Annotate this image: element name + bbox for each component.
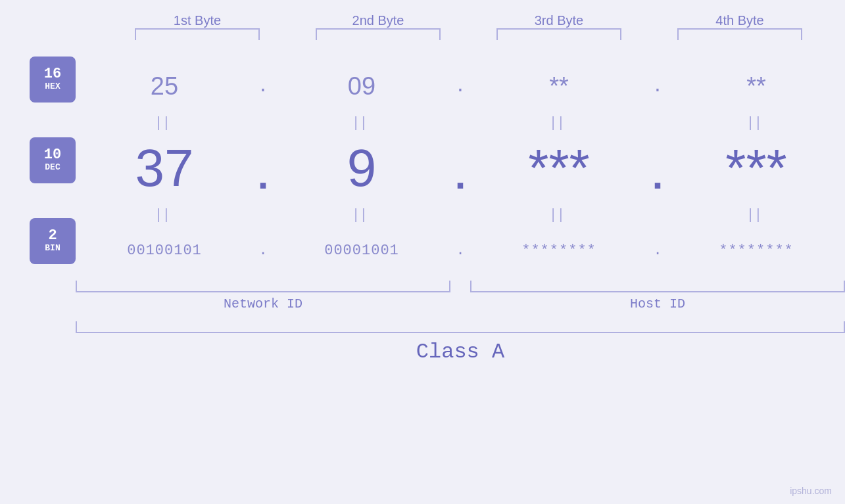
equals-row-2: || || || || (76, 204, 845, 224)
eq2-b2: || (273, 206, 450, 223)
hex-dot3: . (648, 76, 667, 97)
dec-byte4: *** (667, 138, 845, 198)
network-id-label: Network ID (76, 296, 450, 311)
byte1-header: 1st Byte (125, 13, 270, 40)
dec-badge-wrapper: 10 DEC (30, 124, 76, 196)
class-label: Class A (76, 340, 845, 364)
dec-dot1: . (253, 136, 273, 200)
eq2-b4: || (667, 206, 845, 223)
eq2-b1: || (76, 206, 253, 223)
host-id-label: Host ID (470, 296, 845, 311)
byte4-bracket (677, 28, 802, 40)
host-bracket (470, 281, 845, 292)
hex-byte1: 25 (76, 72, 253, 101)
eq-spacer-1 (30, 106, 76, 124)
byte4-header: 4th Byte (667, 13, 812, 40)
watermark: ipshu.com (790, 486, 832, 496)
bin-dot1: . (253, 242, 273, 259)
hex-dot1: . (253, 76, 273, 97)
hex-byte2: 09 (273, 72, 450, 101)
eq2-b3: || (470, 206, 648, 223)
bin-row: 00100101 . 00001001 . ******** . (76, 224, 845, 277)
eq-spacer-2 (30, 196, 76, 215)
network-bracket (76, 281, 450, 292)
hex-badge-wrapper: 16 HEX (30, 53, 76, 106)
dec-dot3: . (648, 136, 667, 200)
hex-badge: 16 HEX (30, 57, 76, 103)
dec-badge: 10 DEC (30, 137, 76, 183)
eq1-b1: || (76, 114, 253, 131)
dec-byte3: *** (470, 138, 648, 198)
id-labels-row: Network ID Host ID (76, 296, 845, 311)
bin-byte4: ******** (667, 242, 845, 259)
hex-row: 25 . 09 . ** . ** (76, 60, 845, 112)
main-container: 1st Byte 2nd Byte 3rd Byte 4th Byte 16 H… (0, 0, 845, 504)
dec-dot2: . (450, 136, 470, 200)
bottom-bracket (76, 321, 845, 333)
rows-wrapper: 16 HEX 10 DEC 2 BIN (0, 53, 845, 364)
byte1-bracket (135, 28, 260, 40)
eq1-b2: || (273, 114, 450, 131)
bin-byte3: ******** (470, 242, 648, 259)
dec-byte1: 37 (76, 138, 253, 198)
equals-row-1: || || || || (76, 112, 845, 132)
byte3-header: 3rd Byte (487, 13, 631, 40)
dec-byte2: 9 (273, 138, 450, 198)
byte3-bracket (496, 28, 621, 40)
bin-badge-wrapper: 2 BIN (30, 215, 76, 267)
hex-byte4: ** (667, 72, 845, 101)
dec-row: 37 . 9 . *** . *** (76, 132, 845, 204)
bin-badge: 2 BIN (30, 218, 76, 264)
id-brackets-row (76, 281, 845, 292)
byte-headers: 1st Byte 2nd Byte 3rd Byte 4th Byte (107, 13, 831, 40)
hex-dot2: . (450, 76, 470, 97)
byte2-bracket (316, 28, 441, 40)
eq1-b3: || (470, 114, 648, 131)
badges-column: 16 HEX 10 DEC 2 BIN (0, 53, 76, 364)
bin-byte1: 00100101 (76, 242, 253, 259)
data-column: 25 . 09 . ** . ** (76, 53, 845, 364)
bin-dot3: . (648, 242, 667, 259)
bin-dot2: . (450, 242, 470, 259)
eq1-b4: || (667, 114, 845, 131)
bin-byte2: 00001001 (273, 242, 450, 259)
byte2-header: 2nd Byte (306, 13, 450, 40)
hex-byte3: ** (470, 72, 648, 101)
